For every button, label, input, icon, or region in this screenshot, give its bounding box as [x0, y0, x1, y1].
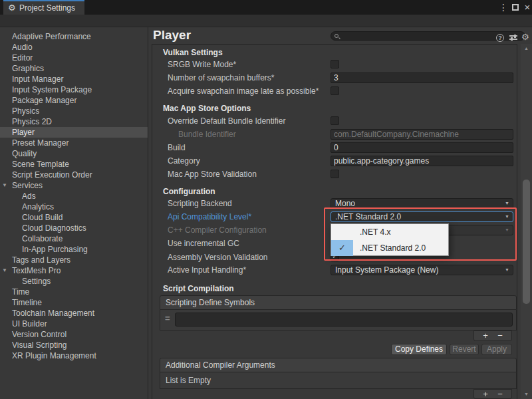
window-titlebar: ⚙ Project Settings ⋮ × — [0, 0, 532, 15]
gear-icon: ⚙ — [8, 3, 16, 13]
row-bundle-identifier: Bundle Identifier — [0, 128, 532, 141]
section-title-mac-app-store: Mac App Store Options — [163, 104, 251, 113]
field-label: C++ Compiler Configuration — [168, 223, 267, 237]
row-scripting-backend: Scripting Backend Mono ▼ — [0, 197, 532, 210]
search-icon — [334, 34, 338, 38]
row-cpp-compiler-configuration: C++ Compiler Configuration ▼ — [0, 223, 532, 237]
field-label: Build — [168, 141, 186, 154]
window-menu-icon[interactable]: ⋮ — [499, 1, 508, 13]
revert-button: Revert — [450, 344, 479, 355]
row-mac-app-store-validation: Mac App Store Validation ✓ — [0, 168, 532, 181]
field-label: Bundle Identifier — [178, 128, 236, 141]
sidebar-item-tmp-settings[interactable]: Settings — [0, 276, 148, 287]
row-srgb-write-mode: SRGB Write Mode* ✓ — [0, 58, 532, 71]
chevron-down-icon: ▼ — [505, 227, 509, 233]
sidebar-item-label: Services — [12, 181, 43, 190]
bundle-identifier-input — [331, 129, 513, 140]
scrollbar-thumb[interactable] — [523, 180, 530, 304]
sidebar-item-visual-scripting[interactable]: Visual Scripting — [0, 340, 148, 350]
close-icon[interactable]: × — [523, 1, 532, 13]
compiler-args-header: Additional Compiler Arguments — [160, 358, 517, 372]
popup-option-net4x[interactable]: .NET 4.x — [331, 224, 448, 240]
swapchain-buffers-input[interactable] — [331, 72, 513, 83]
toolbar — [0, 15, 532, 27]
add-item-button[interactable]: + — [478, 331, 493, 340]
section-title-vulkan: Vulkan Settings — [163, 48, 223, 57]
popup-option-net-standard-20[interactable]: ✓ .NET Standard 2.0 — [331, 240, 448, 256]
row-category: Category — [0, 154, 532, 168]
tab-label: Project Settings — [19, 3, 75, 13]
srgb-write-mode-checkbox[interactable]: ✓ — [331, 60, 339, 68]
checkmark-icon: ✓ — [331, 240, 353, 256]
maximize-icon[interactable] — [512, 4, 519, 11]
copy-defines-button[interactable]: Copy Defines — [391, 344, 447, 355]
sidebar-item-xr-plugin-management[interactable]: XR Plugin Management — [0, 350, 148, 361]
define-symbols-list: = — [160, 310, 517, 331]
section-title-configuration: Configuration — [163, 187, 215, 196]
field-label: Scripting Backend — [168, 197, 232, 210]
field-label: Use incremental GC — [168, 237, 239, 250]
field-label: Active Input Handling* — [168, 263, 246, 277]
field-label: Assembly Version Validation — [168, 251, 268, 264]
field-label: Acquire swapchain image late as possible… — [168, 84, 319, 98]
api-compatibility-popup: .NET 4.x ✓ .NET Standard 2.0 — [331, 223, 449, 256]
page-title: Player — [153, 28, 191, 43]
help-icon[interactable]: ? — [496, 34, 504, 42]
sidebar-item-time[interactable]: Time — [0, 287, 148, 297]
define-symbols-footer: +− — [473, 331, 512, 341]
sidebar-item-services[interactable]: ▼ Services — [0, 180, 148, 191]
remove-item-button[interactable]: − — [493, 331, 507, 340]
chevron-down-icon: ▼ — [505, 267, 509, 273]
sidebar-item-timeline[interactable]: Timeline — [0, 297, 148, 308]
chevron-down-icon: ▼ — [505, 201, 509, 206]
row-swapchain-buffers: Number of swapchain buffers* — [0, 71, 532, 84]
row-api-compatibility-level: Api Compatibility Level* .NET Standard 2… — [0, 210, 532, 223]
field-label: Api Compatibility Level* — [168, 210, 251, 223]
override-bundle-id-checkbox[interactable]: ✓ — [331, 116, 339, 125]
api-compatibility-dropdown[interactable]: .NET Standard 2.0 ▼ — [331, 211, 513, 222]
sidebar-item-ui-builder[interactable]: UI Builder — [0, 319, 148, 329]
field-label: Number of swapchain buffers* — [168, 71, 275, 84]
remove-item-button[interactable]: − — [493, 390, 507, 399]
presets-icon[interactable] — [509, 35, 517, 41]
sidebar-item-toolchain-management[interactable]: Toolchain Management — [0, 308, 148, 319]
active-input-handling-dropdown[interactable]: Input System Package (New) ▼ — [331, 265, 513, 275]
build-input[interactable] — [331, 142, 513, 153]
row-assembly-version-validation: Assembly Version Validation ✓ — [0, 251, 532, 264]
search-input[interactable] — [342, 32, 521, 40]
compiler-args-list: List is Empty — [160, 372, 517, 389]
scripting-backend-dropdown[interactable]: Mono ▼ — [331, 198, 513, 209]
vertical-scrollbar[interactable]: ▲ ▼ — [521, 44, 532, 399]
foldout-open-icon[interactable]: ▼ — [2, 180, 7, 191]
field-label: Override Default Bundle Identifier — [168, 114, 285, 128]
tab-project-settings[interactable]: ⚙ Project Settings — [3, 0, 84, 15]
acquire-swapchain-checkbox[interactable]: ✓ — [331, 86, 339, 95]
row-override-bundle-id: Override Default Bundle Identifier ✓ — [0, 114, 532, 128]
field-label: SRGB Write Mode* — [168, 58, 236, 71]
mac-app-store-validation-checkbox[interactable]: ✓ — [331, 170, 339, 178]
field-label: Category — [168, 154, 200, 168]
chevron-down-icon: ▼ — [505, 214, 509, 219]
section-title-script-compilation: Script Compilation — [163, 284, 234, 293]
drag-handle-icon[interactable]: = — [165, 313, 170, 323]
gear-icon[interactable]: ⚙ — [521, 32, 529, 42]
row-active-input-handling: Active Input Handling* Input System Pack… — [0, 263, 532, 277]
row-use-incremental-gc: Use incremental GC ✓ — [0, 237, 532, 250]
sidebar-item-audio[interactable]: Audio — [0, 42, 148, 53]
field-label: Mac App Store Validation — [168, 168, 257, 181]
row-acquire-swapchain: Acquire swapchain image late as possible… — [0, 84, 532, 98]
apply-button: Apply — [481, 344, 512, 355]
compiler-args-footer: +− — [473, 389, 512, 399]
category-input[interactable] — [331, 156, 513, 166]
scroll-down-icon[interactable]: ▼ — [521, 392, 532, 396]
sidebar-item-adaptive-performance[interactable]: Adaptive Performance — [0, 31, 148, 42]
define-symbols-header: Scripting Define Symbols — [160, 295, 517, 310]
sidebar-item-version-control[interactable]: Version Control — [0, 329, 148, 340]
define-symbol-input[interactable] — [175, 313, 513, 327]
add-item-button[interactable]: + — [478, 390, 493, 399]
scroll-up-icon[interactable]: ▲ — [521, 46, 532, 51]
row-build: Build — [0, 141, 532, 154]
